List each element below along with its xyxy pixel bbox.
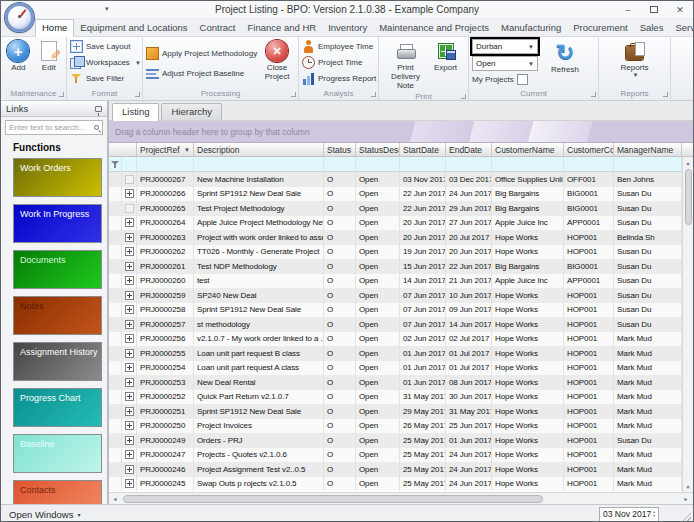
expand-plus-icon[interactable] [125, 305, 134, 314]
ribbon-tab-finance-and-hr[interactable]: Finance and HR [241, 20, 322, 36]
function-tile-baseline[interactable]: Baseline [13, 434, 102, 473]
expand-plus-icon[interactable] [125, 465, 134, 474]
tab-listing[interactable]: Listing [112, 103, 159, 121]
table-row[interactable]: PRJ0000264Apple Juice Project Methodolog… [109, 216, 693, 231]
app-logo-icon[interactable] [5, 3, 34, 32]
filter-cell-description[interactable] [194, 157, 324, 171]
vertical-scrollbar[interactable]: ▲ ▼ [682, 157, 693, 492]
minimize-button[interactable]: – [615, 1, 641, 18]
dialog-launcher-icon[interactable] [371, 92, 376, 97]
save-filter-button[interactable]: Save Filter [70, 71, 141, 86]
adjust-project-baseline-button[interactable]: Adjust Project Baseline [146, 66, 257, 81]
open-windows-button[interactable]: Open Windows ▾ [9, 509, 80, 520]
ribbon-tab-service[interactable]: Service [669, 20, 694, 36]
column-header-customername[interactable]: CustomerName [492, 143, 564, 156]
table-row[interactable]: PRJ0000254Loan unit part request A class… [109, 361, 693, 376]
table-row[interactable]: PRJ0000258Sprint SP1912 New Deal SaleOOp… [109, 303, 693, 318]
table-row[interactable]: PRJ0000259SP240 New DealOOpen07 Jun 2017… [109, 288, 693, 303]
table-row[interactable]: PRJ0000246Project Assignment Test v2..0.… [109, 462, 693, 477]
export-button[interactable]: Export [428, 39, 464, 91]
expand-plus-icon[interactable] [125, 262, 134, 271]
vertical-scroll-thumb[interactable] [685, 169, 692, 225]
ribbon-tab-equipment-and-locations[interactable]: Equipment and Locations [74, 20, 193, 36]
search-icon[interactable] [94, 125, 99, 130]
function-tile-contacts[interactable]: Contacts [13, 480, 102, 504]
scroll-down-icon[interactable]: ▼ [683, 481, 694, 492]
site-combobox[interactable]: Durban ▼ [472, 39, 538, 54]
status-combobox[interactable]: Open ▼ [472, 56, 538, 71]
function-tile-documents[interactable]: Documents [13, 250, 102, 289]
expand-plus-icon[interactable] [125, 436, 134, 445]
function-tile-assignment-history[interactable]: Assignment History [13, 342, 102, 381]
expand-plus-icon[interactable] [125, 276, 134, 285]
dialog-launcher-icon[interactable] [291, 92, 296, 97]
dialog-launcher-icon[interactable] [135, 92, 140, 97]
date-field[interactable]: 03 Nov 2017 ▴▾ [599, 507, 659, 522]
close-button[interactable]: ✕ [667, 1, 693, 18]
dialog-launcher-icon[interactable] [59, 92, 64, 97]
column-header-status[interactable]: Status [324, 143, 356, 156]
expand-plus-icon[interactable] [125, 407, 134, 416]
expand-plus-icon[interactable] [125, 247, 134, 256]
column-header-statusdesc[interactable]: StatusDesc [356, 143, 400, 156]
table-row[interactable]: PRJ0000267New Machine InstallationOOpen0… [109, 172, 693, 187]
expand-plus-icon[interactable] [125, 218, 134, 227]
scroll-left-icon[interactable]: ◄ [109, 496, 121, 502]
filter-cell-customercode[interactable] [564, 157, 614, 171]
filter-cell-startdate[interactable] [400, 157, 446, 171]
expand-plus-icon[interactable] [125, 450, 134, 459]
expand-plus-icon[interactable] [125, 291, 134, 300]
expand-plus-icon[interactable] [125, 334, 134, 343]
function-tile-progress-chart[interactable]: Progress Chart [13, 388, 102, 427]
expand-plus-icon[interactable] [125, 363, 134, 372]
table-row[interactable]: PRJ0000253New Deal RentalOOpen01 Jun 201… [109, 375, 693, 390]
column-header-description[interactable]: Description [194, 143, 324, 156]
date-spinner[interactable]: ▴▾ [653, 510, 655, 518]
ribbon-tab-inventory[interactable]: Inventory [322, 20, 373, 36]
column-header-projectref[interactable]: ProjectRef▼ [137, 143, 194, 156]
quick-access-dropdown-icon[interactable]: ▾ [105, 5, 109, 13]
table-row[interactable]: PRJ0000247Projects - Quotes v2.1.0.6OOpe… [109, 448, 693, 463]
employee-time-button[interactable]: Employee Time [302, 39, 376, 54]
table-row[interactable]: PRJ0000262TT026 - Monthly - Generate Pro… [109, 245, 693, 260]
search-input[interactable] [9, 123, 92, 132]
filter-cell-managername[interactable] [614, 157, 682, 171]
ribbon-tab-contract[interactable]: Contract [194, 20, 242, 36]
column-header-customercode[interactable]: CustomerCode [564, 143, 614, 156]
ribbon-tab-sales[interactable]: Sales [634, 20, 670, 36]
table-row[interactable]: PRJ0000245Swap Outs p rojects v2.1.0.5OO… [109, 477, 693, 492]
expand-plus-icon[interactable] [125, 378, 134, 387]
expand-plus-icon[interactable] [125, 349, 134, 358]
ribbon-tab-home[interactable]: Home [35, 19, 74, 37]
scroll-right-icon[interactable]: ► [680, 496, 692, 502]
column-header-enddate[interactable]: EndDate [446, 143, 492, 156]
expand-plus-icon[interactable] [125, 479, 134, 488]
ribbon-tab-procurement[interactable]: Procurement [567, 20, 633, 36]
filter-cell[interactable] [122, 157, 137, 171]
column-header-startdate[interactable]: StartDate [400, 143, 446, 156]
filter-cell-projectref[interactable] [137, 157, 194, 171]
filter-cell-customername[interactable] [492, 157, 564, 171]
function-tile-work-orders[interactable]: Work Orders [13, 158, 102, 197]
close-project-button[interactable]: ✕ Close Project [259, 39, 295, 88]
table-row[interactable]: PRJ0000263Project with work order linked… [109, 230, 693, 245]
filter-cell-statusdesc[interactable] [356, 157, 400, 171]
dialog-launcher-icon[interactable] [663, 92, 668, 97]
filter-cell-status[interactable] [324, 157, 356, 171]
group-by-panel[interactable]: Drag a column header here to group by th… [109, 121, 693, 143]
table-row[interactable]: PRJ0000251Sprint SP1912 New Deal SaleOOp… [109, 404, 693, 419]
refresh-button[interactable]: ↻ Refresh [544, 39, 586, 88]
pin-icon[interactable] [95, 106, 102, 112]
maximize-button[interactable] [641, 1, 667, 18]
expand-plus-icon[interactable] [125, 233, 134, 242]
apply-project-methodology-button[interactable]: Apply Project Methodology [146, 46, 257, 61]
dialog-launcher-icon[interactable] [591, 92, 596, 97]
expand-plus-icon[interactable] [125, 189, 134, 198]
expand-plus-icon[interactable] [125, 320, 134, 329]
project-time-button[interactable]: Project Time [302, 55, 376, 70]
filter-cell-enddate[interactable] [446, 157, 492, 171]
scroll-up-icon[interactable]: ▲ [683, 157, 694, 168]
reports-button[interactable]: Reports ▼ [613, 39, 657, 88]
horizontal-scrollbar[interactable]: ◄ ► [109, 492, 693, 504]
table-row[interactable]: PRJ0000255Loan unit part request B class… [109, 346, 693, 361]
